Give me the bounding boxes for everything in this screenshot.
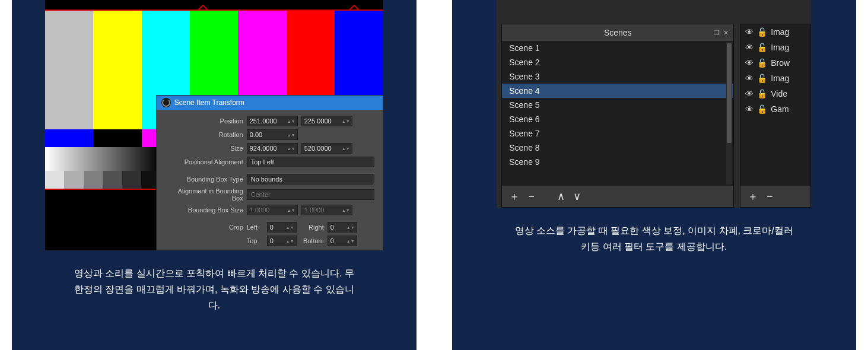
spinner-icon[interactable]: ▲▼: [287, 236, 294, 246]
lock-icon[interactable]: 🔓: [757, 58, 767, 68]
label-align-in-bbox: Alignment in Bounding Box: [165, 187, 243, 202]
spinner-icon: ▲▼: [342, 205, 349, 215]
label-bbox-size: Bounding Box Size: [165, 206, 243, 214]
source-name: Imag: [771, 74, 789, 83]
grayscale-steps: [45, 171, 161, 189]
positional-alignment-select[interactable]: Top Left: [247, 157, 374, 167]
scenes-panel-header: Scenes ❐ ✕: [502, 24, 733, 41]
label-crop-top: Top: [247, 237, 263, 244]
bbox-h-input: 1.0000▲▼: [301, 205, 352, 215]
visibility-icon[interactable]: 👁: [745, 58, 753, 68]
dialog-titlebar[interactable]: Scene Item Transform: [157, 96, 383, 110]
detach-icon[interactable]: ❐: [714, 29, 720, 37]
sources-list: 👁🔓Imag👁🔓Imag👁🔓Brow👁🔓Imag👁🔓Vide👁🔓Gam: [740, 24, 810, 186]
source-name: Imag: [771, 43, 789, 52]
spinner-icon[interactable]: ▲▼: [347, 236, 354, 246]
spinner-icon: ▲▼: [288, 205, 295, 215]
source-list-item[interactable]: 👁🔓Gam: [740, 101, 810, 117]
scene-list-item[interactable]: Scene 2: [502, 55, 733, 69]
visibility-icon[interactable]: 👁: [745, 43, 753, 52]
source-list-item[interactable]: 👁🔓Imag: [740, 40, 810, 55]
source-list-item[interactable]: 👁🔓Vide: [740, 86, 810, 101]
position-y-input[interactable]: 225.0000▲▼: [301, 116, 352, 126]
source-list-item[interactable]: 👁🔓Imag: [740, 71, 810, 86]
scene-list-item[interactable]: Scene 7: [502, 126, 733, 141]
visibility-icon[interactable]: 👁: [745, 27, 753, 37]
feature-card-right: Scenes ❐ ✕ Scene 1Scene 2Scene 3Scene 4S…: [452, 0, 857, 350]
crop-top-input[interactable]: 0▲▼: [267, 236, 297, 246]
add-source-button[interactable]: ＋: [748, 189, 758, 203]
scrollbar[interactable]: [726, 42, 732, 184]
move-up-button[interactable]: ∧: [557, 190, 565, 203]
source-name: Gam: [771, 104, 788, 114]
label-pos-align: Positional Alignment: [165, 158, 243, 166]
scene-list-item[interactable]: Scene 4: [502, 84, 733, 98]
scene-list-item[interactable]: Scene 8: [502, 141, 733, 155]
visibility-icon[interactable]: 👁: [745, 104, 753, 114]
spinner-icon[interactable]: ▲▼: [342, 144, 349, 153]
remove-source-button[interactable]: −: [767, 190, 773, 203]
sources-toolbar: ＋ −: [740, 186, 810, 207]
crop-left-input[interactable]: 0▲▼: [267, 222, 297, 233]
left-caption: 영상과 소리를 실시간으로 포착하여 빠르게 처리할 수 있습니다. 무한정의 …: [48, 250, 380, 314]
spinner-icon[interactable]: ▲▼: [287, 222, 294, 232]
close-icon[interactable]: ✕: [723, 29, 729, 37]
label-bbox-type: Bounding Box Type: [165, 176, 243, 183]
scenes-toolbar: ＋ − ∧ ∨: [502, 186, 733, 207]
source-name: Vide: [771, 89, 787, 98]
spinner-icon[interactable]: ▲▼: [342, 116, 349, 126]
label-size: Size: [165, 145, 243, 152]
source-name: Brow: [771, 58, 790, 68]
visibility-icon[interactable]: 👁: [745, 89, 753, 98]
label-crop-bottom: Bottom: [300, 237, 324, 244]
left-screenshot: Scene Item Transform Position 251.0000▲▼…: [45, 0, 383, 250]
scene-list-item[interactable]: Scene 9: [502, 155, 733, 169]
label-crop-right: Right: [300, 224, 324, 231]
spinner-icon[interactable]: ▲▼: [288, 116, 295, 126]
source-list-item[interactable]: 👁🔓Imag: [740, 24, 810, 40]
scenes-list: Scene 1Scene 2Scene 3Scene 4Scene 5Scene…: [502, 41, 733, 186]
scene-item-transform-dialog: Scene Item Transform Position 251.0000▲▼…: [156, 95, 383, 250]
remove-scene-button[interactable]: −: [528, 190, 535, 203]
rotation-input[interactable]: 0.00▲▼: [247, 129, 298, 140]
spinner-icon[interactable]: ▲▼: [288, 130, 295, 139]
spinner-icon[interactable]: ▲▼: [347, 222, 354, 232]
lock-icon[interactable]: 🔓: [757, 104, 767, 114]
visibility-icon[interactable]: 👁: [745, 74, 753, 83]
scene-list-item[interactable]: Scene 6: [502, 112, 733, 126]
scenes-panel: Scenes ❐ ✕ Scene 1Scene 2Scene 3Scene 4S…: [501, 24, 734, 208]
scene-list-item[interactable]: Scene 5: [502, 98, 733, 112]
spinner-icon[interactable]: ▲▼: [288, 144, 295, 153]
dialog-title-text: Scene Item Transform: [174, 98, 244, 107]
label-crop-left: Left: [247, 224, 263, 231]
source-list-item[interactable]: 👁🔓Brow: [740, 55, 810, 71]
add-scene-button[interactable]: ＋: [509, 189, 520, 203]
size-w-input[interactable]: 924.0000▲▼: [247, 143, 298, 154]
bounding-box-type-select[interactable]: No bounds: [247, 174, 374, 184]
bbox-w-input: 1.0000▲▼: [247, 205, 298, 215]
label-crop: Crop: [165, 224, 243, 231]
source-name: Imag: [771, 27, 789, 37]
crop-right-input[interactable]: 0▲▼: [328, 222, 357, 233]
feature-card-left: Scene Item Transform Position 251.0000▲▼…: [12, 0, 416, 350]
scene-list-item[interactable]: Scene 1: [502, 41, 733, 55]
label-rotation: Rotation: [165, 131, 243, 138]
lock-icon[interactable]: 🔓: [757, 43, 767, 52]
label-position: Position: [165, 117, 243, 125]
scenes-title: Scenes: [604, 28, 632, 37]
alignment-in-bbox-select: Center: [247, 189, 374, 200]
lock-icon[interactable]: 🔓: [757, 74, 767, 83]
size-h-input[interactable]: 520.0000▲▼: [301, 143, 352, 154]
move-down-button[interactable]: ∨: [573, 190, 581, 203]
gradient-strip: [45, 147, 161, 171]
sources-panel: 👁🔓Imag👁🔓Imag👁🔓Brow👁🔓Imag👁🔓Vide👁🔓Gam ＋ −: [740, 24, 811, 208]
lock-icon[interactable]: 🔓: [757, 27, 767, 37]
right-caption: 영상 소스를 가공할 때 필요한 색상 보정, 이미지 차폐, 크로마/컬러 키…: [488, 208, 820, 254]
lock-icon[interactable]: 🔓: [757, 89, 767, 98]
crop-bottom-input[interactable]: 0▲▼: [328, 236, 357, 246]
position-x-input[interactable]: 251.0000▲▼: [247, 116, 298, 126]
scrollbar-thumb[interactable]: [727, 43, 732, 143]
obs-logo-icon: [161, 98, 171, 107]
scene-list-item[interactable]: Scene 3: [502, 69, 733, 84]
right-screenshot: Scenes ❐ ✕ Scene 1Scene 2Scene 3Scene 4S…: [497, 0, 811, 208]
